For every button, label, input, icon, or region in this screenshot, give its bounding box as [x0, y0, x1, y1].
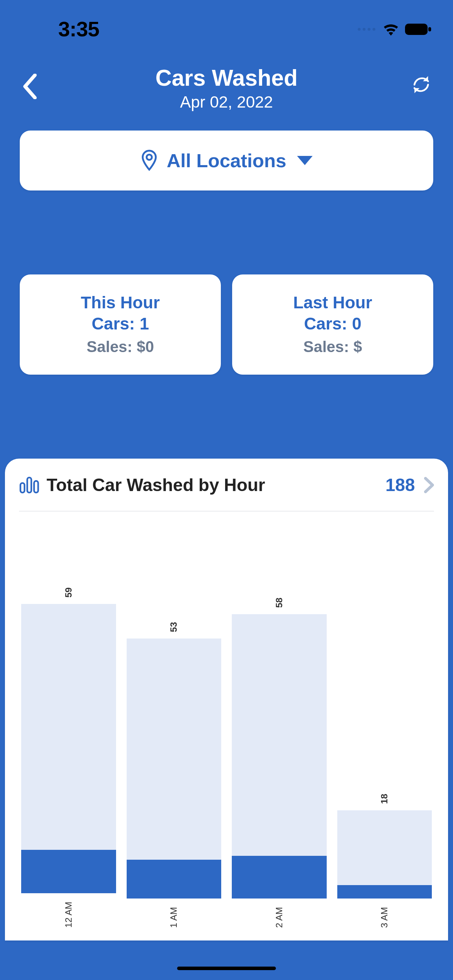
bar-track — [232, 614, 327, 899]
last-hour-card[interactable]: Last Hour Cars: 0 Sales: $ — [232, 274, 433, 375]
bar-chart-icon — [19, 475, 40, 495]
chart-header[interactable]: Total Car Washed by Hour 188 — [19, 475, 434, 495]
bar-fill — [232, 856, 327, 899]
location-filter-dropdown[interactable]: All Locations — [20, 130, 433, 191]
this-hour-card[interactable]: This Hour Cars: 1 Sales: $0 — [20, 274, 221, 375]
refresh-button[interactable] — [407, 70, 436, 99]
svg-point-2 — [147, 154, 152, 160]
chart-body[interactable]: 5912 AM531 AM582 AM183 AM — [19, 519, 434, 940]
bar-x-label: 1 AM — [168, 907, 179, 928]
bar-column[interactable]: 183 AM — [337, 794, 432, 940]
svg-rect-0 — [405, 24, 428, 35]
wifi-icon — [382, 22, 399, 37]
location-pin-icon — [140, 150, 158, 172]
stat-cards-row: This Hour Cars: 1 Sales: $0 Last Hour Ca… — [20, 274, 433, 375]
bar-value-label: 53 — [168, 622, 179, 632]
last-hour-cars: Cars: 0 — [239, 313, 426, 334]
last-hour-title: Last Hour — [239, 292, 426, 313]
bar-x-label: 12 AM — [63, 902, 74, 928]
status-bar: 3:35 — [0, 0, 453, 55]
app-header: Cars Washed Apr 02, 2022 — [0, 60, 453, 116]
bar-track — [127, 638, 222, 899]
status-time: 3:35 — [58, 17, 99, 41]
svg-rect-1 — [428, 27, 431, 32]
cellular-dots-icon — [358, 28, 375, 31]
this-hour-sales: Sales: $0 — [27, 338, 214, 356]
bar-value-label: 58 — [274, 598, 285, 608]
bar-track — [337, 810, 432, 899]
bar-fill — [337, 885, 432, 899]
bar-track — [21, 604, 116, 893]
status-indicators — [358, 22, 432, 37]
bar-column[interactable]: 531 AM — [127, 622, 222, 940]
battery-icon — [404, 22, 432, 37]
chart-panel: Total Car Washed by Hour 188 5912 AM531 … — [5, 458, 448, 940]
page-date: Apr 02, 2022 — [155, 92, 297, 111]
bar-value-label: 18 — [379, 794, 390, 804]
chart-title: Total Car Washed by Hour — [46, 475, 378, 495]
sync-icon — [411, 75, 431, 95]
svg-rect-5 — [34, 481, 38, 492]
chevron-left-icon — [22, 74, 38, 99]
chart-total: 188 — [386, 475, 415, 495]
this-hour-title: This Hour — [27, 292, 214, 313]
svg-rect-3 — [21, 483, 25, 492]
chevron-down-icon — [297, 156, 313, 165]
bar-x-label: 2 AM — [274, 907, 285, 928]
bar-x-label: 3 AM — [379, 907, 390, 928]
bar-column[interactable]: 582 AM — [232, 598, 327, 940]
bar-fill — [127, 860, 222, 899]
bar-fill — [21, 850, 116, 893]
header-titles: Cars Washed Apr 02, 2022 — [155, 65, 297, 111]
location-filter-label: All Locations — [167, 150, 286, 172]
bar-value-label: 59 — [63, 587, 74, 598]
svg-rect-4 — [27, 478, 32, 493]
last-hour-sales: Sales: $ — [239, 338, 426, 356]
page-title: Cars Washed — [155, 65, 297, 91]
chevron-right-icon — [424, 477, 434, 493]
this-hour-cars: Cars: 1 — [27, 313, 214, 334]
bar-column[interactable]: 5912 AM — [21, 587, 116, 940]
chart-divider — [19, 511, 434, 512]
home-indicator[interactable] — [177, 967, 276, 970]
back-button[interactable] — [17, 74, 42, 99]
